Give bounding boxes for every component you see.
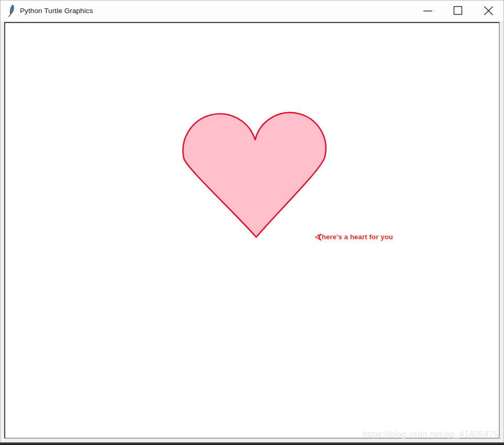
minimize-button[interactable] [412,1,443,21]
turtle-canvas: There's a heart for you https://blog.csd… [4,22,500,439]
titlebar[interactable]: Python Turtle Graphics [1,1,503,21]
maximize-button[interactable] [443,1,473,21]
close-icon [484,6,494,16]
window-controls [412,1,503,21]
turtle-cursor-icon [315,234,321,240]
desktop-edge-strip [0,442,504,445]
tk-feather-icon [6,4,15,17]
turtle-graphics-window: Python Turtle Graphics [0,0,504,445]
heart-shape [183,113,326,237]
turtle-drawing [5,23,499,438]
minimize-icon [423,6,433,16]
window-title: Python Turtle Graphics [20,7,93,15]
close-button[interactable] [473,1,503,21]
maximize-icon [453,6,463,16]
